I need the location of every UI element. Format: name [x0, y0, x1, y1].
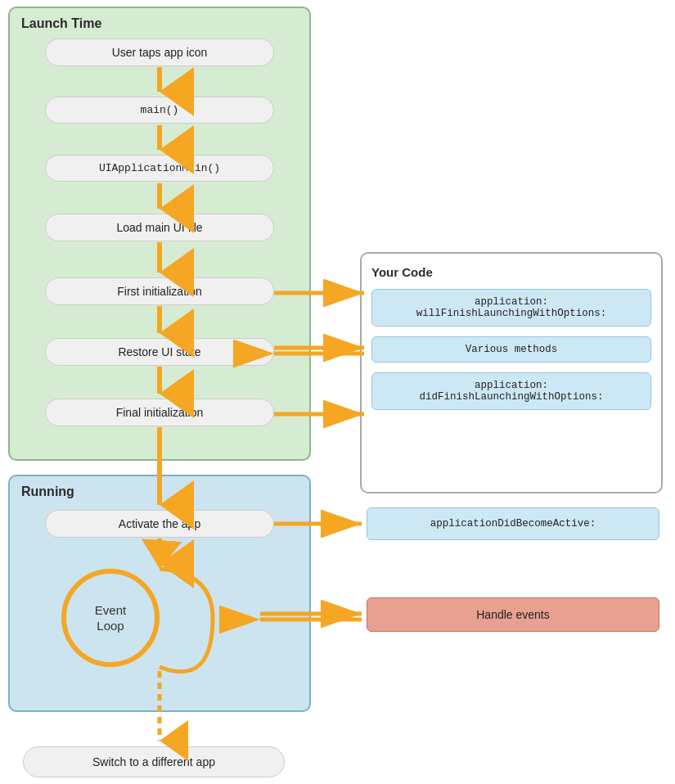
user-taps-box: User taps app icon: [45, 38, 274, 66]
diagram-container: Launch Time Running Your Code applicatio…: [0, 0, 675, 784]
switch-app-box: Switch to a different app: [23, 746, 285, 777]
uiappmain-box: UIApplicationMain(): [45, 155, 274, 182]
launch-time-label: Launch Time: [21, 16, 301, 31]
restore-ui-box: Restore UI state: [45, 338, 274, 366]
main-box: main(): [45, 97, 274, 124]
load-ui-box: Load main UI file: [45, 214, 274, 241]
running-label: Running: [21, 484, 301, 499]
your-code-label: Your Code: [371, 265, 651, 279]
handle-events-box: Handle events: [367, 597, 659, 632]
will-finish-launching-box: application:willFinishLaunchingWithOptio…: [371, 289, 651, 327]
final-init-box: Final initialization: [45, 399, 274, 426]
your-code-section: Your Code application:willFinishLaunchin…: [360, 252, 663, 493]
app-become-active-box: applicationDidBecomeActive:: [367, 507, 659, 540]
first-init-box: First initialization: [45, 277, 274, 305]
various-methods-box: Various methods: [371, 336, 651, 363]
activate-app-box: Activate the app: [45, 510, 274, 538]
event-loop-circle: EventLoop: [61, 569, 160, 667]
did-finish-launching-box: application:didFinishLaunchingWithOption…: [371, 372, 651, 410]
